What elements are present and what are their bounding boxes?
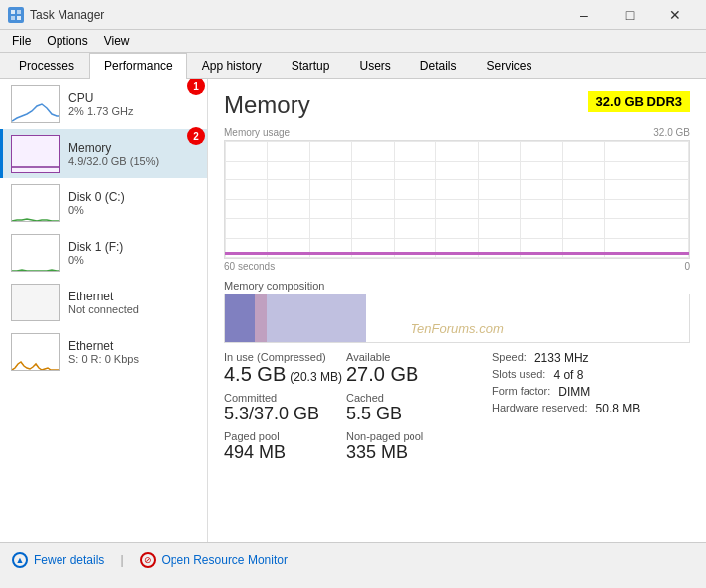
disk0-value: 0% <box>68 204 199 216</box>
available-label: Available <box>346 351 468 363</box>
disk0-name: Disk 0 (C:) <box>68 190 199 204</box>
comp-modified <box>255 294 267 342</box>
committed-value: 5.3/37.0 GB <box>224 404 346 424</box>
menu-bar: File Options View <box>0 30 706 53</box>
cpu-name: CPU <box>68 91 199 105</box>
memory-composition-section: Memory composition TenForums.com <box>224 280 690 343</box>
slots-row: Slots used: 4 of 8 <box>492 368 690 382</box>
available-value: 27.0 GB <box>346 363 468 386</box>
composition-label: Memory composition <box>224 280 690 292</box>
tab-bar: Processes Performance App history Startu… <box>0 53 706 79</box>
form-label: Form factor: <box>492 385 550 399</box>
memory-name: Memory <box>68 141 199 155</box>
stat-nonpaged: Non-paged pool 335 MB <box>346 430 468 463</box>
tab-details[interactable]: Details <box>406 53 472 79</box>
resource-monitor-label: Open Resource Monitor <box>162 553 288 567</box>
open-resource-monitor-button[interactable]: ⊘ Open Resource Monitor <box>140 552 288 568</box>
slots-label: Slots used: <box>492 368 545 382</box>
speed-value: 2133 MHz <box>534 351 589 365</box>
committed-label: Committed <box>224 392 346 404</box>
memory-info: Memory 4.9/32.0 GB (15%) <box>68 141 199 167</box>
in-use-label: In use (Compressed) <box>224 351 346 363</box>
speed-row: Speed: 2133 MHz <box>492 351 690 365</box>
ethernet1-info: Ethernet Not connected <box>68 290 199 315</box>
ethernet2-name: Ethernet <box>68 339 199 353</box>
in-use-value: 4.5 GB <box>224 363 286 386</box>
fewer-details-button[interactable]: ▲ Fewer details <box>12 552 104 568</box>
app-icon <box>8 7 24 23</box>
chart-bottom-labels: 60 seconds 0 <box>224 261 690 272</box>
tab-performance[interactable]: Performance <box>89 53 187 79</box>
chart-top-right-label: 32.0 GB <box>653 127 690 138</box>
bottom-bar: ▲ Fewer details | ⊘ Open Resource Monito… <box>0 542 706 576</box>
memory-usage-section: Memory usage 32.0 GB 60 seconds <box>224 127 690 272</box>
memory-value: 4.9/32.0 GB (15%) <box>68 155 199 167</box>
close-button[interactable]: ✕ <box>652 0 698 30</box>
cached-label: Cached <box>346 392 468 404</box>
tab-services[interactable]: Services <box>472 53 547 79</box>
memory-usage-line <box>225 252 689 255</box>
menu-options[interactable]: Options <box>39 32 95 50</box>
sidebar-item-cpu[interactable]: CPU 2% 1.73 GHz <box>0 79 207 129</box>
notification-badge-2: 2 <box>187 127 205 145</box>
ethernet1-thumbnail <box>11 284 60 321</box>
cached-value: 5.5 GB <box>346 404 468 424</box>
menu-view[interactable]: View <box>96 32 138 50</box>
reserved-value: 50.8 MB <box>596 402 641 415</box>
disk1-value: 0% <box>68 254 199 266</box>
window-title: Task Manager <box>30 8 104 22</box>
disk1-info: Disk 1 (F:) 0% <box>68 240 199 266</box>
svg-rect-3 <box>17 16 21 20</box>
disk1-name: Disk 1 (F:) <box>68 240 199 254</box>
chevron-up-icon: ▲ <box>12 552 28 568</box>
sidebar-item-memory[interactable]: Memory 4.9/32.0 GB (15%) <box>0 129 207 178</box>
disk0-thumbnail <box>11 184 60 222</box>
cpu-thumbnail <box>11 85 60 123</box>
svg-rect-2 <box>11 16 15 20</box>
title-bar: Task Manager – □ ✕ <box>0 0 706 30</box>
stats-lower: In use (Compressed) 4.5 GB (20.3 MB) Ava… <box>224 351 690 463</box>
stat-paged: Paged pool 494 MB <box>224 430 346 463</box>
sidebar-item-ethernet2[interactable]: Ethernet S: 0 R: 0 Kbps <box>0 327 207 377</box>
stat-cached: Cached 5.5 GB <box>346 392 468 424</box>
stat-available: Available 27.0 GB <box>346 351 468 386</box>
svg-rect-1 <box>17 10 21 14</box>
ethernet1-name: Ethernet <box>68 290 199 303</box>
tab-startup[interactable]: Startup <box>277 53 345 79</box>
sidebar-item-disk0[interactable]: Disk 0 (C:) 0% <box>0 178 207 228</box>
stats-left: In use (Compressed) 4.5 GB (20.3 MB) Ava… <box>224 351 468 463</box>
ethernet2-info: Ethernet S: 0 R: 0 Kbps <box>68 339 199 365</box>
tab-app-history[interactable]: App history <box>187 53 277 79</box>
primary-stats: In use (Compressed) 4.5 GB (20.3 MB) Ava… <box>224 351 468 463</box>
nonpaged-label: Non-paged pool <box>346 430 468 442</box>
right-stats-grid: Speed: 2133 MHz Slots used: 4 of 8 Form … <box>492 351 690 415</box>
maximize-button[interactable]: □ <box>607 0 652 30</box>
reserved-label: Hardware reserved: <box>492 402 588 415</box>
memory-usage-chart <box>224 140 690 259</box>
menu-file[interactable]: File <box>4 32 39 50</box>
cpu-value: 2% 1.73 GHz <box>68 105 199 117</box>
sidebar-item-disk1[interactable]: Disk 1 (F:) 0% <box>0 228 207 278</box>
tab-users[interactable]: Users <box>344 53 405 79</box>
tab-processes[interactable]: Processes <box>4 53 89 79</box>
stat-in-use: In use (Compressed) 4.5 GB (20.3 MB) <box>224 351 346 386</box>
content-panel: Memory 32.0 GB DDR3 Memory usage 32.0 GB <box>208 79 706 542</box>
sidebar-item-ethernet1[interactable]: Ethernet Not connected <box>0 278 207 327</box>
svg-rect-0 <box>11 10 15 14</box>
resource-monitor-icon: ⊘ <box>140 552 156 568</box>
separator: | <box>120 553 123 567</box>
main-area: CPU 2% 1.73 GHz 1 Memory 4.9/32.0 GB (15… <box>0 79 706 542</box>
memory-type-badge: 32.0 GB DDR3 <box>588 91 690 112</box>
window-controls: – □ ✕ <box>561 0 698 30</box>
in-use-sub: (20.3 MB) <box>290 370 342 384</box>
speed-label: Speed: <box>492 351 527 365</box>
fewer-details-label: Fewer details <box>34 553 104 567</box>
comp-standby <box>267 294 366 342</box>
paged-label: Paged pool <box>224 430 346 442</box>
ethernet2-value: S: 0 R: 0 Kbps <box>68 353 199 365</box>
form-value: DIMM <box>558 385 590 399</box>
ethernet2-thumbnail <box>11 333 60 371</box>
minimize-button[interactable]: – <box>561 0 607 30</box>
content-header: Memory 32.0 GB DDR3 <box>224 91 690 119</box>
memory-composition-chart: TenForums.com <box>224 294 690 343</box>
